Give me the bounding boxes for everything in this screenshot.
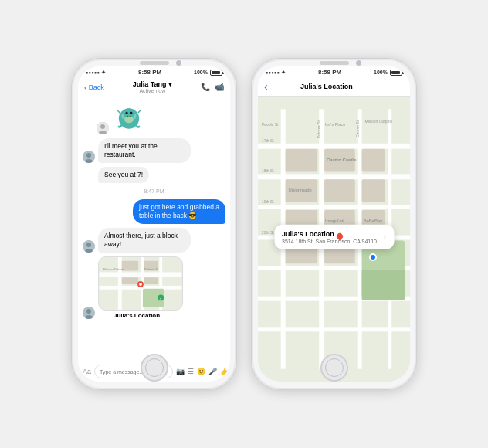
svg-rect-29 — [122, 278, 138, 285]
battery-icon-2 — [390, 70, 402, 76]
svg-rect-51 — [362, 149, 385, 172]
sticker-area — [83, 100, 225, 134]
mic-icon[interactable]: 🎤 — [208, 368, 217, 375]
battery-pct: 100% — [194, 70, 208, 75]
bubble-4-text: Almost there, just a block away! — [104, 232, 178, 248]
msg-row-1: I'll meet you at the restaurant. — [83, 138, 225, 163]
iphone-location: ●●●●● ✦ 8:58 PM 100% ‹ Julia's Location — [251, 58, 417, 390]
wifi-icon: ✦ — [101, 70, 106, 76]
svg-rect-54 — [362, 179, 385, 202]
svg-rect-53 — [324, 179, 355, 202]
svg-rect-38 — [258, 144, 410, 149]
volume-up-button-2[interactable] — [251, 158, 252, 190]
status-right-2: 100% — [374, 70, 402, 76]
emoji-icon[interactable]: 🙂 — [197, 368, 205, 375]
avatar-sticker — [97, 122, 109, 134]
mute-button[interactable] — [71, 128, 72, 150]
map-thumbnail[interactable]: ✓ Mission Dolores Dolores St — [98, 256, 183, 311]
bubble-4: Almost there, just a block away! — [98, 228, 191, 253]
back-button[interactable]: ‹ Back — [84, 83, 104, 92]
bubble-1-text: I'll meet you at the restaurant. — [104, 142, 158, 158]
svg-rect-30 — [144, 278, 158, 285]
svg-text:People St: People St — [262, 123, 279, 127]
svg-rect-40 — [258, 205, 410, 209]
home-button-inner-2 — [325, 358, 344, 377]
battery-icon — [210, 70, 222, 76]
camera-icon[interactable]: 📷 — [176, 368, 185, 375]
avatar-map — [83, 307, 95, 319]
video-icon[interactable]: 📹 — [215, 83, 224, 91]
sticker-row — [97, 100, 146, 134]
svg-rect-49 — [286, 149, 318, 172]
svg-text:✓: ✓ — [159, 297, 162, 301]
svg-text:20th St: 20th St — [262, 231, 274, 235]
svg-rect-23 — [118, 257, 122, 310]
mute-button-2[interactable] — [251, 128, 252, 150]
status-left-2: ●●●●● ✦ — [266, 70, 286, 76]
svg-text:Dolores St: Dolores St — [144, 268, 159, 272]
power-button-2[interactable] — [416, 165, 417, 209]
svg-text:18th St: 18th St — [262, 169, 274, 173]
call-icon[interactable]: 📞 — [201, 83, 210, 91]
status-left: ●●●●● ✦ — [86, 70, 106, 76]
avatar-4 — [83, 240, 95, 253]
volume-down-button-2[interactable] — [251, 198, 252, 230]
volume-down-button[interactable] — [71, 198, 72, 230]
msg-row-2: See you at 7! — [83, 167, 225, 183]
input-icons: 📷 ☰ 🙂 🎤 👍 — [176, 368, 229, 375]
location-card-text: Julia's Location 3514 18th St, San Franc… — [282, 229, 377, 243]
svg-point-8 — [126, 112, 128, 114]
thumbsup-icon[interactable]: 👍 — [220, 368, 229, 375]
svg-text:Ike's Place: Ike's Place — [325, 122, 345, 127]
svg-point-11 — [86, 153, 91, 158]
location-card[interactable]: Julia's Location 3514 18th St, San Franc… — [274, 224, 394, 249]
bubble-3-text: just got here and grabbed a table in the… — [139, 203, 219, 219]
msg-row-map: ✓ Mission Dolores Dolores St Julia's Loc… — [83, 256, 225, 319]
svg-rect-61 — [362, 270, 405, 300]
chat-title[interactable]: Julia Tang ▾ — [104, 80, 201, 88]
map-bubble[interactable]: ✓ Mission Dolores Dolores St Julia's Loc… — [98, 256, 183, 319]
nav-center: Julia Tang ▾ Active now — [104, 80, 201, 93]
status-bar-2: ●●●●● ✦ 8:58 PM 100% — [258, 66, 410, 77]
timestamp-1: 8:47 PM — [83, 188, 225, 194]
svg-rect-39 — [258, 174, 410, 179]
svg-text:Unionmade: Unionmade — [289, 188, 313, 192]
battery-pct-2: 100% — [374, 70, 388, 75]
chevron-right-icon: › — [384, 232, 386, 241]
home-button-2[interactable] — [320, 354, 348, 382]
svg-text:19th St: 19th St — [262, 200, 274, 204]
map-dot-blue — [369, 253, 377, 261]
svg-point-32 — [139, 283, 142, 286]
battery-fill — [212, 71, 220, 74]
home-button[interactable] — [141, 354, 168, 382]
svg-text:17th St: 17th St — [262, 139, 274, 143]
map-full[interactable]: 17th St 18th St 19th St 20th St Dolores … — [258, 97, 410, 382]
svg-text:Castro Castle: Castro Castle — [327, 158, 357, 162]
svg-text:ImagiKnit: ImagiKnit — [325, 219, 344, 223]
svg-text:Mission Dolores: Mission Dolores — [103, 268, 124, 272]
svg-point-1 — [100, 124, 105, 129]
home-button-inner — [145, 358, 164, 377]
bubble-2: See you at 7! — [98, 167, 149, 183]
svg-rect-44 — [258, 327, 410, 331]
svg-point-15 — [86, 243, 91, 247]
bubble-1: I'll meet you at the restaurant. — [98, 138, 191, 163]
battery-fill-2 — [391, 71, 400, 74]
status-time-2: 8:58 PM — [318, 69, 341, 76]
gallery-icon[interactable]: ☰ — [188, 368, 194, 375]
screen-location: ●●●●● ✦ 8:58 PM 100% ‹ Julia's Location — [258, 66, 410, 382]
nav-bar-loc: ‹ Julia's Location — [258, 77, 410, 97]
nav-bar-chat: ‹ Back Julia Tang ▾ Active now 📞 📹 — [78, 77, 230, 97]
volume-up-button[interactable] — [71, 158, 72, 190]
screen-chat: ●●●●● ✦ 8:58 PM 100% ‹ Back Jul — [78, 66, 230, 382]
iphone-chat: ●●●●● ✦ 8:58 PM 100% ‹ Back Jul — [71, 58, 237, 390]
power-button[interactable] — [236, 165, 237, 209]
scene: ●●●●● ✦ 8:58 PM 100% ‹ Back Jul — [71, 58, 417, 390]
msg-row-3: just got here and grabbed a table in the… — [83, 199, 225, 224]
chat-area: I'll meet you at the restaurant. See you… — [78, 97, 230, 361]
aa-icon[interactable]: Aa — [83, 368, 91, 375]
speaker — [140, 61, 169, 65]
nav-center-2: Julia's Location — [268, 83, 385, 90]
camera — [176, 60, 181, 66]
wifi-icon-2: ✦ — [281, 70, 286, 76]
